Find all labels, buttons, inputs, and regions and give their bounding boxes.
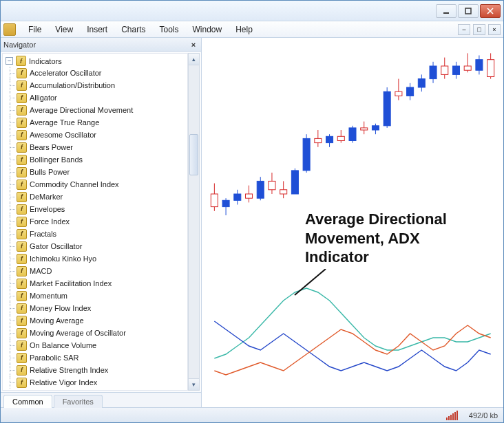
menu-charts[interactable]: Charts — [114, 23, 152, 36]
indicator-item[interactable]: fGator Oscillator — [3, 240, 187, 252]
indicator-icon: f — [17, 80, 27, 91]
indicator-item[interactable]: fOn Balance Volume — [3, 339, 187, 351]
tree-root-indicators[interactable]: − f Indicators — [3, 55, 187, 67]
indicator-item[interactable]: fMoney Flow Index — [3, 302, 187, 314]
indicator-label: Gator Oscillator — [30, 242, 82, 250]
indicator-item[interactable]: fRelative Vigor Index — [3, 376, 187, 389]
menu-file[interactable]: File — [21, 23, 48, 36]
indicator-item[interactable]: fFractals — [3, 228, 187, 240]
indicator-icon: f — [17, 93, 27, 103]
svg-rect-13 — [257, 181, 264, 198]
mdi-minimize-button[interactable]: – — [458, 24, 470, 35]
svg-rect-31 — [361, 128, 368, 130]
window-titlebar — [1, 1, 503, 21]
indicator-item[interactable]: fDeMarker — [3, 191, 187, 203]
indicator-label: Commodity Channel Index — [30, 180, 119, 188]
indicator-item[interactable]: fAlligator — [3, 91, 187, 104]
svg-rect-23 — [315, 138, 322, 142]
svg-rect-43 — [430, 66, 437, 79]
indicator-label: Alligator — [30, 94, 57, 102]
indicator-icon: f — [17, 303, 27, 314]
mdi-restore-button[interactable]: □ — [473, 24, 485, 35]
indicator-item[interactable]: fMoving Average — [3, 314, 187, 327]
indicator-item[interactable]: fBulls Power — [3, 166, 187, 178]
indicator-icon: f — [17, 279, 27, 289]
chart-area[interactable]: Average Directional Movement, ADX Indica… — [202, 38, 503, 407]
scroll-down-icon[interactable]: ▾ — [189, 378, 199, 390]
indicator-item[interactable]: fRelative Strength Index — [3, 364, 187, 376]
navigator-close-icon[interactable]: × — [189, 41, 198, 49]
indicator-item[interactable]: fAccumulation/Distribution — [3, 79, 187, 91]
indicator-item[interactable]: fForce Index — [3, 215, 187, 228]
indicator-item[interactable]: fMarket Facilitation Index — [3, 277, 187, 290]
menu-window[interactable]: Window — [186, 23, 229, 36]
indicator-label: Average True Range — [30, 118, 99, 127]
indicator-item[interactable]: fIchimoku Kinko Hyo — [3, 252, 187, 265]
indicator-icon: f — [17, 68, 27, 78]
menu-tools[interactable]: Tools — [153, 23, 186, 36]
menu-help[interactable]: Help — [229, 23, 260, 36]
indicator-icon: f — [17, 105, 27, 116]
navigator-tree[interactable]: − f Indicators fAccelerator OscillatorfA… — [2, 53, 188, 391]
indicator-item[interactable]: fMACD — [3, 265, 187, 277]
svg-rect-39 — [407, 87, 414, 96]
indicator-icon: f — [17, 241, 27, 252]
indicator-item[interactable]: fMoving Average of Oscillator — [3, 327, 187, 339]
svg-rect-5 — [211, 194, 218, 207]
indicator-label: Relative Strength Index — [30, 366, 108, 374]
indicator-icon: f — [17, 353, 27, 363]
indicator-label: Moving Average — [30, 316, 84, 325]
svg-rect-35 — [384, 91, 390, 126]
svg-rect-7 — [222, 200, 229, 206]
mdi-close-button[interactable]: × — [488, 24, 501, 35]
svg-rect-11 — [246, 194, 253, 198]
indicator-item[interactable]: fAverage True Range — [3, 116, 187, 129]
navigator-panel: Navigator × − f Indicators fAccelerator … — [1, 38, 202, 407]
indicator-label: Fractals — [30, 230, 56, 238]
indicator-item[interactable]: fEnvelopes — [3, 203, 187, 215]
menu-view[interactable]: View — [48, 23, 80, 36]
annotation-text: Average Directional Movement, ADX Indica… — [305, 210, 447, 267]
indicator-label: Average Directional Movement — [30, 106, 133, 114]
svg-rect-15 — [269, 181, 275, 189]
navigator-scrollbar[interactable]: ▴ ▾ — [188, 53, 200, 391]
navigator-header: Navigator × — [1, 38, 201, 52]
svg-rect-17 — [280, 190, 287, 194]
indicator-item[interactable]: fBollinger Bands — [3, 153, 187, 166]
indicator-item[interactable]: fAwesome Oscillator — [3, 129, 187, 141]
indicator-item[interactable]: fParabolic SAR — [3, 351, 187, 364]
indicator-label: Money Flow Index — [30, 304, 91, 312]
indicator-label: DeMarker — [30, 193, 63, 201]
tab-common[interactable]: Common — [3, 395, 52, 408]
indicator-label: Awesome Oscillator — [30, 131, 96, 139]
indicator-item[interactable]: fAverage Directional Movement — [3, 104, 187, 116]
maximize-button[interactable] — [458, 4, 479, 18]
indicator-icon: f — [17, 130, 27, 140]
indicator-label: Accumulation/Distribution — [30, 81, 115, 89]
menubar: FileViewInsertChartsToolsWindowHelp – □ … — [1, 21, 503, 38]
indicator-label: Market Facilitation Index — [30, 279, 112, 288]
scroll-track[interactable] — [189, 65, 199, 378]
indicator-item[interactable]: fBears Power — [3, 141, 187, 153]
scroll-thumb[interactable] — [189, 134, 198, 175]
indicator-item[interactable]: fCommodity Channel Index — [3, 178, 187, 191]
indicator-icon: f — [17, 291, 27, 301]
svg-rect-41 — [418, 79, 425, 87]
close-button[interactable] — [480, 4, 501, 18]
indicator-label: Envelopes — [30, 205, 65, 213]
svg-line-54 — [295, 269, 326, 295]
tab-favorites[interactable]: Favorites — [54, 395, 103, 408]
indicator-icon: f — [17, 155, 27, 165]
scroll-up-icon[interactable]: ▴ — [189, 54, 199, 65]
tree-collapse-icon[interactable]: − — [6, 57, 13, 65]
svg-rect-33 — [372, 126, 379, 130]
menu-insert[interactable]: Insert — [80, 23, 114, 36]
svg-rect-29 — [349, 128, 356, 141]
indicator-label: Accelerator Oscillator — [30, 69, 102, 77]
indicator-item[interactable]: fMomentum — [3, 290, 187, 302]
minimize-button[interactable] — [436, 4, 456, 18]
svg-rect-1 — [465, 8, 471, 14]
indicator-item[interactable]: fAccelerator Oscillator — [3, 67, 187, 79]
status-traffic: 492/0 kb — [469, 411, 498, 420]
indicator-icon: f — [17, 254, 27, 264]
